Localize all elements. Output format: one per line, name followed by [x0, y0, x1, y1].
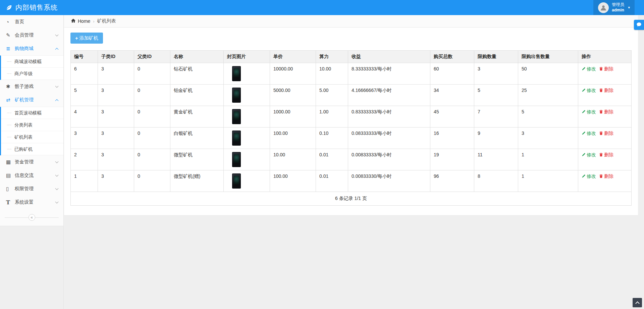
- cell-id: 4: [71, 106, 98, 127]
- cell-parent_id: 0: [134, 127, 170, 149]
- delete-link[interactable]: 删除: [599, 109, 613, 115]
- edit-link[interactable]: 修改: [582, 131, 596, 137]
- back-to-top-button[interactable]: [633, 298, 642, 307]
- user-menu[interactable]: 管理员 admin ▾: [593, 0, 635, 15]
- tree-dash-icon: [7, 137, 11, 137]
- permission-file-icon: ▯: [6, 186, 15, 192]
- column-header: 限购数量: [474, 51, 518, 63]
- sidebar-item-0[interactable]: ◔首页: [0, 15, 63, 29]
- chevron-up-icon: [635, 301, 640, 306]
- sidebar-item-2[interactable]: ≣购物商城: [0, 42, 63, 55]
- column-header: 父类ID: [134, 51, 170, 63]
- sidebar-subitem[interactable]: 分类列表: [1, 119, 63, 131]
- delete-link[interactable]: 删除: [599, 66, 613, 72]
- tree-dash-icon: [7, 125, 11, 125]
- sidebar-item-label: 资金管理: [15, 159, 34, 165]
- topbar: 内部销售系统 管理员 admin ▾: [0, 0, 644, 15]
- chevron-down-icon: [55, 187, 59, 190]
- cell-parent_id: 0: [134, 149, 170, 170]
- miner-shuffle-icon: ⇄: [6, 97, 15, 103]
- chat-bubble-icon: [636, 22, 642, 28]
- cell-id: 3: [71, 127, 98, 149]
- machine-cover-image: [232, 66, 241, 81]
- machine-cover-image: [232, 88, 241, 103]
- sidebar-subitem[interactable]: 商城滚动横幅: [1, 56, 63, 68]
- sidebar-item-4[interactable]: ⇄矿机管理: [0, 93, 63, 107]
- breadcrumb-home-link[interactable]: Home: [71, 18, 90, 24]
- cell-id: 2: [71, 149, 98, 170]
- edit-link[interactable]: 修改: [582, 152, 596, 158]
- cell-image: [224, 149, 270, 170]
- delete-link[interactable]: 删除: [599, 173, 613, 179]
- cell-name: 微型矿机(赠): [170, 170, 224, 192]
- cell-limit_buy: 5: [474, 85, 518, 106]
- trash-icon: [599, 88, 603, 93]
- table-row: 230微型矿机10.000.010.00833333/每小时19111修改删除: [71, 149, 632, 170]
- sidebar-collapse-button[interactable]: «: [29, 214, 35, 221]
- cell-limit_buy: 9: [474, 127, 518, 149]
- cell-income: 8.33333333/每小时: [348, 63, 430, 85]
- cell-name: 白银矿机: [170, 127, 224, 149]
- cell-image: [224, 106, 270, 127]
- sidebar-subitem-label: 首页滚动横幅: [14, 110, 42, 116]
- sidebar-item-3[interactable]: ✱骰子游戏: [0, 80, 63, 93]
- delete-link[interactable]: 删除: [599, 88, 613, 94]
- content-panel: + 添加矿机 编号子类ID父类ID名称封页图片单价算力收益购买总数限购数量限购出…: [64, 28, 638, 215]
- cell-limit_sell: 1: [518, 149, 578, 170]
- plus-icon: +: [75, 35, 78, 41]
- table-header-row: 编号子类ID父类ID名称封页图片单价算力收益购买总数限购数量限购出售数量操作: [71, 51, 632, 63]
- cell-limit_buy: 7: [474, 106, 518, 127]
- cell-bought: 45: [430, 106, 474, 127]
- cell-income: 4.16666667/每小时: [348, 85, 430, 106]
- cell-power: 0.01: [316, 149, 348, 170]
- edit-link[interactable]: 修改: [582, 66, 596, 72]
- edit-link[interactable]: 修改: [582, 109, 596, 115]
- sidebar-subitem[interactable]: 矿机列表: [1, 131, 63, 143]
- sidebar-subitem[interactable]: 已购矿机: [1, 143, 63, 155]
- cell-sub_id: 3: [98, 170, 134, 192]
- cell-sub_id: 3: [98, 149, 134, 170]
- add-machine-button[interactable]: + 添加矿机: [70, 33, 103, 44]
- settings-font-icon: T: [6, 199, 15, 206]
- cell-limit_buy: 3: [474, 63, 518, 85]
- sidebar-subitem[interactable]: 首页滚动横幅: [1, 107, 63, 119]
- cell-income: 0.00833330/每小时: [348, 170, 430, 192]
- cell-bought: 34: [430, 85, 474, 106]
- column-header: 算力: [316, 51, 348, 63]
- delete-link[interactable]: 删除: [599, 131, 613, 137]
- cell-sub_id: 3: [98, 127, 134, 149]
- sidebar-item-1[interactable]: ✎会员管理: [0, 29, 63, 42]
- cell-image: [224, 127, 270, 149]
- cell-bought: 96: [430, 170, 474, 192]
- sidebar-item-8[interactable]: T系统设置: [0, 196, 63, 209]
- cell-sub_id: 3: [98, 63, 134, 85]
- sidebar-item-label: 矿机管理: [15, 97, 34, 103]
- sidebar-item-7[interactable]: ▯权限管理: [0, 182, 63, 196]
- sidebar-subitem-label: 已购矿机: [14, 146, 33, 152]
- cell-limit_buy: 11: [474, 149, 518, 170]
- cell-sub_id: 3: [98, 85, 134, 106]
- chevron-up-icon: [55, 48, 59, 51]
- cell-id: 5: [71, 85, 98, 106]
- machine-cover-image: [232, 131, 241, 146]
- sidebar-item-5[interactable]: ▦资金管理: [0, 155, 63, 169]
- app-brand: 内部销售系统: [0, 3, 58, 12]
- sidebar-subitem[interactable]: 商户等级: [1, 68, 63, 80]
- sidebar: ◔首页✎会员管理≣购物商城商城滚动横幅商户等级✱骰子游戏⇄矿机管理首页滚动横幅分…: [0, 15, 64, 309]
- tree-dash-icon: [7, 113, 11, 113]
- cell-ops: 修改删除: [578, 106, 632, 127]
- table-row: 530铂金矿机5000.005.004.16666667/每小时34525修改删…: [71, 85, 632, 106]
- delete-link[interactable]: 删除: [599, 152, 613, 158]
- sidebar-subitem-label: 矿机列表: [14, 134, 33, 140]
- cell-price: 10.00: [270, 149, 316, 170]
- machine-cover-image: [232, 152, 241, 167]
- service-widget-button[interactable]: [634, 20, 644, 30]
- sidebar-item-6[interactable]: ▤信息交流: [0, 169, 63, 182]
- edit-link[interactable]: 修改: [582, 88, 596, 94]
- breadcrumb: Home › 矿机列表: [64, 15, 638, 28]
- trash-icon: [599, 152, 603, 158]
- edit-link[interactable]: 修改: [582, 173, 596, 179]
- trash-icon: [599, 109, 603, 115]
- user-info: 管理员 admin: [612, 2, 625, 13]
- record-count: 6 条记录 1/1 页: [70, 192, 632, 206]
